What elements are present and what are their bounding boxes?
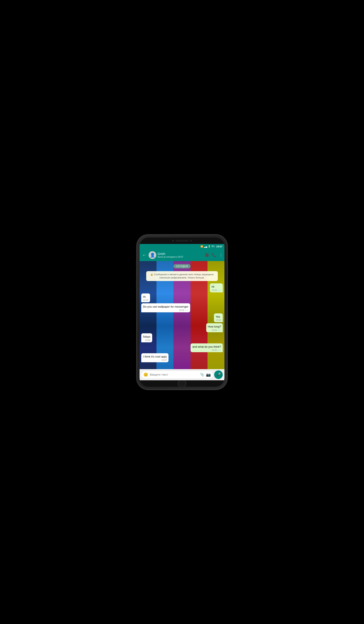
message-text-1: Hi [211, 285, 214, 288]
mic-button[interactable]: 🎤 [214, 370, 223, 379]
message-text-3: Do you use wallpaper for messenger [143, 305, 188, 308]
message-row-5: How long? 19:06 ✓✓ [141, 323, 223, 332]
message-meta-3: 19:05 ✓✓ [143, 309, 188, 312]
chat-body: СЕГОДНЯ 🔒 Сообщения и звонки в данном ча… [140, 261, 224, 369]
phone-top-bar [140, 237, 224, 244]
message-text-2: Hi [143, 295, 146, 298]
input-wrapper: 🙂 📎 📷 [141, 371, 213, 378]
message-row-7: and what do you think? 19:06 ✓✓ [141, 343, 223, 352]
camera-button[interactable]: 📷 [206, 372, 211, 377]
message-text-4: Yes [216, 315, 220, 318]
message-row-2: Hi 19:05 [141, 293, 223, 302]
message-time-2: 19:05 [143, 299, 148, 301]
battery-percent: 8% [211, 245, 214, 248]
phone-screen: 📶 ▂▄ 🔋 8% 19:07 ← 👤 Grish был(-а) сегодн… [140, 237, 224, 387]
tick-icon-5: ✓✓ [218, 329, 221, 331]
message-time-3: 19:05 [179, 309, 184, 312]
message-row-3: Do you use wallpaper for messenger 19:05… [141, 303, 223, 312]
message-text-8: I think it's cool app) [143, 355, 167, 358]
message-input[interactable] [150, 373, 198, 376]
battery-icon: 🔋 [208, 245, 210, 248]
video-call-button[interactable]: 🎥 [205, 253, 209, 257]
chat-messages: СЕГОДНЯ 🔒 Сообщения и звонки в данном ча… [140, 261, 224, 364]
message-row-1: Hi 19:05 ✓✓ [141, 283, 223, 292]
phone-bottom-bar [140, 380, 224, 387]
front-camera [172, 240, 174, 242]
mic-icon: 🎤 [216, 372, 221, 377]
message-time-8: 19:07 [161, 359, 167, 362]
message-meta-8: 19:07 [143, 359, 167, 362]
status-time: 19:07 [216, 245, 222, 248]
home-button[interactable] [178, 379, 186, 387]
message-meta-1: 19:05 ✓✓ [211, 289, 221, 291]
contact-avatar[interactable]: 👤 [149, 251, 156, 259]
wifi-icon: 📶 [200, 245, 203, 248]
message-bubble-7: and what do you think? 19:06 ✓✓ [191, 343, 223, 352]
emoji-button[interactable]: 🙂 [143, 372, 148, 377]
contact-name: Grish [157, 252, 204, 256]
header-icons: 🎥 📞 ⋮ [205, 253, 223, 257]
message-bubble-1: Hi 19:05 ✓✓ [210, 283, 223, 292]
tick-icon-1: ✓✓ [218, 289, 221, 291]
status-bar: 📶 ▂▄ 🔋 8% 19:07 [140, 244, 224, 249]
message-time-5: 19:06 [211, 329, 217, 331]
message-bubble-4: Yes 19:06 [214, 313, 223, 322]
tick-icon-3: ✓✓ [185, 309, 188, 312]
encryption-notice: 🔒 Сообщения и звонки в данном чате тепер… [146, 271, 218, 281]
message-meta-7: 19:06 ✓✓ [192, 349, 221, 351]
message-meta-6: 19:06 [143, 339, 151, 341]
message-bubble-2: Hi 19:05 [141, 293, 150, 302]
message-time-1: 19:05 [211, 289, 217, 291]
input-bar: 🙂 📎 📷 🎤 [140, 369, 224, 380]
phone-device: 📶 ▂▄ 🔋 8% 19:07 ← 👤 Grish был(-а) сегодн… [137, 235, 227, 389]
message-text-6: 5days [143, 335, 151, 338]
message-row-8: I think it's cool app) 19:07 [141, 353, 223, 362]
message-bubble-8: I think it's cool app) 19:07 [141, 353, 168, 362]
signal-icon: ▂▄ [204, 245, 207, 248]
status-icons: 📶 ▂▄ 🔋 8% 19:07 [200, 245, 222, 248]
message-bubble-6: 5days 19:06 [141, 333, 152, 342]
message-bubble-3: Do you use wallpaper for messenger 19:05… [141, 303, 190, 312]
chat-header: ← 👤 Grish был(-а) сегодня в 19:07 🎥 📞 ⋮ [140, 249, 224, 261]
date-badge: СЕГОДНЯ [173, 264, 191, 268]
message-meta-4: 19:06 [216, 319, 221, 321]
speaker-grille [176, 240, 188, 241]
message-row-6: 5days 19:06 [141, 333, 223, 342]
sensor [190, 240, 192, 242]
tick-icon-7: ✓✓ [218, 349, 221, 351]
message-bubble-5: How long? 19:06 ✓✓ [206, 323, 223, 332]
message-row-4: Yes 19:06 [141, 313, 223, 322]
contact-status: был(-а) сегодня в 19:07 [157, 256, 204, 258]
avatar-icon: 👤 [150, 253, 155, 258]
message-time-6: 19:06 [145, 339, 151, 341]
attach-button[interactable]: 📎 [200, 373, 204, 377]
message-time-4: 19:06 [216, 319, 221, 321]
message-text-5: How long? [208, 325, 221, 328]
message-text-7: and what do you think? [192, 345, 221, 348]
message-meta-5: 19:06 ✓✓ [208, 329, 221, 331]
message-meta-2: 19:05 [143, 299, 148, 301]
back-button[interactable]: ← [141, 252, 147, 258]
call-button[interactable]: 📞 [212, 253, 216, 257]
contact-info[interactable]: Grish был(-а) сегодня в 19:07 [157, 252, 204, 258]
more-options-button[interactable]: ⋮ [219, 253, 223, 257]
message-time-7: 19:06 [211, 349, 217, 351]
